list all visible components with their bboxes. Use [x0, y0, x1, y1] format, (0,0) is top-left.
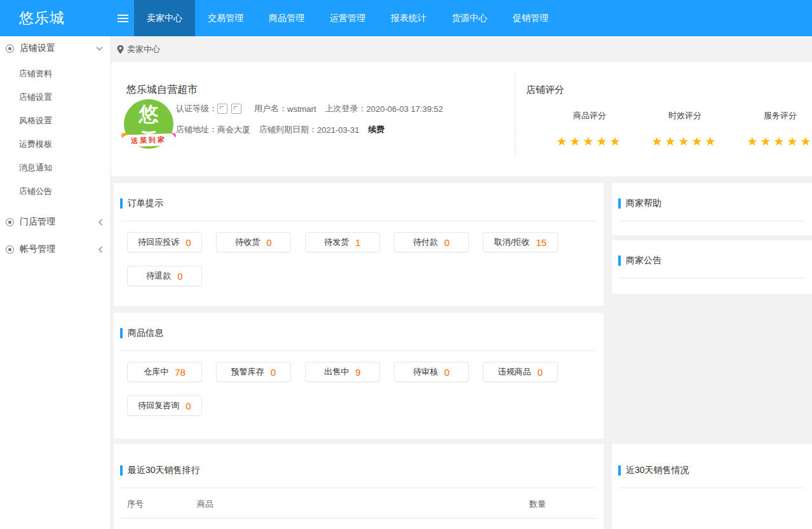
- last-login-value: 2020-06-03 17:39:52: [367, 104, 443, 114]
- panel-accent-bar: [618, 198, 621, 209]
- nav-seller-center[interactable]: 卖家中心: [134, 0, 195, 36]
- on-sale-button[interactable]: 出售中9: [305, 362, 380, 382]
- col-序号: 序号: [127, 498, 197, 510]
- sidebar-group-account-management[interactable]: 帐号管理: [0, 237, 111, 261]
- nav-operation-management[interactable]: 运营管理: [317, 0, 378, 36]
- shop-info-card: 悠乐城自营超市 悠 送菜到家 认证等级： 用户名： wstmart 上次登录： …: [111, 62, 812, 176]
- merchant-notice-panel: 商家公告: [612, 240, 812, 294]
- stock-warning-button[interactable]: 预警库存0: [216, 362, 291, 382]
- sidebar-item-message-notice[interactable]: 消息通知: [0, 156, 111, 179]
- sidebar-group-shop-settings[interactable]: 店铺设置: [0, 36, 111, 60]
- cert-badge-icon: [217, 104, 227, 114]
- sales-trend-panel: 近30天销售情况: [612, 444, 812, 529]
- sidebar-item-shop-announcement[interactable]: 店铺公告: [0, 179, 111, 203]
- top-header: 悠乐城 卖家中心 交易管理 商品管理 运营管理 报表统计 货源中心 促销管理: [0, 0, 812, 36]
- nav-trade-management[interactable]: 交易管理: [195, 0, 256, 36]
- divider: [121, 350, 596, 351]
- panel-accent-bar: [120, 198, 123, 209]
- smile-icon: [139, 125, 158, 134]
- sidebar-group-store-management[interactable]: 门店管理: [0, 210, 111, 234]
- renew-link[interactable]: 续费: [369, 124, 385, 135]
- pending-payment-button[interactable]: 待付款0: [394, 232, 469, 252]
- sidebar-item-shop-settings[interactable]: 店铺设置: [0, 85, 111, 109]
- breadcrumb: 卖家中心: [112, 36, 812, 62]
- col-数量: 数量: [529, 498, 586, 510]
- shop-rating-title: 店铺评分: [526, 84, 564, 96]
- shop-logo-slogan: 送菜到家: [122, 134, 176, 148]
- rating-col-service: 服务评分 ★★★★★: [733, 110, 812, 149]
- sales-trend-title: 近30天销售情况: [626, 465, 689, 476]
- divider: [121, 221, 596, 221]
- sidebar-submenu: 店铺资料 店铺设置 风格设置 运费模板 消息通知 店铺公告: [0, 60, 111, 207]
- goods-info-panel: 商品信息 仓库中78 预警库存0 出售中9 待审核0 违规商品0 待回复咨询0: [114, 313, 604, 439]
- pending-complaint-button[interactable]: 待回应投诉0: [127, 232, 202, 252]
- sidebar-item-freight-template[interactable]: 运费模板: [0, 132, 111, 156]
- merchant-notice-title: 商家公告: [626, 255, 661, 266]
- username-value: wstmart: [287, 104, 316, 114]
- sales-rank-title: 最近30天销售排行: [128, 465, 200, 476]
- shop-name: 悠乐城自营超市: [126, 83, 198, 97]
- address-label: 店铺地址：: [176, 124, 217, 135]
- username-label: 用户名：: [254, 103, 287, 114]
- order-tips-panel: 订单提示 待回应投诉0 待收货0 待发货1 待付款0 取消/拒收15 待退款0: [114, 183, 604, 306]
- panel-accent-bar: [120, 465, 123, 476]
- sales-rank-table-header: 序号 商品 数量: [127, 498, 604, 510]
- sales-rank-panel: 最近30天销售排行 序号 商品 数量: [114, 444, 604, 529]
- nav-supply-center[interactable]: 货源中心: [439, 0, 500, 36]
- dotted-divider: [120, 518, 597, 519]
- pending-receipt-button[interactable]: 待收货0: [216, 232, 291, 252]
- pending-refund-button[interactable]: 待退款0: [127, 266, 202, 286]
- cancel-reject-button[interactable]: 取消/拒收15: [483, 232, 558, 252]
- goods-info-title: 商品信息: [128, 327, 163, 339]
- expire-label: 店铺到期日期：: [259, 124, 317, 135]
- chevron-down-icon: [96, 46, 103, 51]
- top-nav: 卖家中心 交易管理 商品管理 运营管理 报表统计 货源中心 促销管理: [134, 0, 561, 36]
- col-商品: 商品: [197, 498, 529, 510]
- nav-report-statistics[interactable]: 报表统计: [378, 0, 439, 36]
- star-icons: ★★★★★: [637, 134, 733, 149]
- shop-rating-columns: 商品评分 ★★★★★ 时效评分 ★★★★★ 服务评分 ★★★★★: [542, 110, 812, 149]
- panel-accent-bar: [120, 328, 123, 338]
- rating-col-timeliness: 时效评分 ★★★★★: [637, 110, 733, 149]
- violation-goods-button[interactable]: 违规商品0: [483, 362, 558, 382]
- divider: [619, 221, 804, 221]
- order-tips-title: 订单提示: [128, 198, 163, 209]
- circle-dot-icon: [6, 45, 14, 53]
- sidebar-item-shop-profile[interactable]: 店铺资料: [0, 62, 111, 85]
- divider: [619, 278, 804, 278]
- nav-promotion-management[interactable]: 促销管理: [500, 0, 561, 36]
- left-sidebar: 店铺设置 店铺资料 店铺设置 风格设置 运费模板 消息通知 店铺公告 门店管理 …: [0, 36, 111, 529]
- chevron-left-icon: [98, 246, 103, 253]
- vertical-dashed-divider: [515, 71, 515, 155]
- star-icons: ★★★★★: [542, 134, 637, 149]
- cert-level-label: 认证等级：: [176, 103, 217, 114]
- panel-accent-bar: [618, 465, 621, 476]
- chevron-left-icon: [98, 219, 103, 226]
- location-pin-icon: [117, 45, 124, 54]
- merchant-help-title: 商家帮助: [626, 198, 661, 209]
- in-warehouse-button[interactable]: 仓库中78: [127, 362, 202, 382]
- address-value: 商会大厦: [217, 124, 250, 135]
- shop-logo: 悠 送菜到家: [123, 99, 174, 149]
- divider: [121, 488, 596, 488]
- last-login-label: 上次登录：: [325, 103, 367, 114]
- circle-dot-icon: [6, 218, 14, 226]
- sidebar-item-style-settings[interactable]: 风格设置: [0, 109, 111, 132]
- panel-accent-bar: [618, 256, 621, 266]
- divider: [619, 488, 804, 488]
- circle-dot-icon: [6, 245, 14, 254]
- hamburger-menu-icon[interactable]: [111, 0, 134, 36]
- nav-goods-management[interactable]: 商品管理: [256, 0, 317, 36]
- brand-logo[interactable]: 悠乐城: [0, 0, 111, 36]
- rating-col-goods: 商品评分 ★★★★★: [542, 110, 637, 149]
- expire-value: 2021-03-31: [317, 125, 360, 135]
- pending-review-button[interactable]: 待审核0: [394, 362, 469, 382]
- breadcrumb-current: 卖家中心: [127, 44, 160, 55]
- merchant-help-panel: 商家帮助: [612, 183, 812, 235]
- cert-badge-icon: [231, 104, 241, 114]
- pending-shipment-button[interactable]: 待发货1: [305, 232, 380, 252]
- pending-reply-button[interactable]: 待回复咨询0: [127, 395, 202, 416]
- star-icons: ★★★★★: [733, 134, 812, 149]
- shop-info-block: 认证等级： 用户名： wstmart 上次登录： 2020-06-03 17:3…: [176, 102, 443, 144]
